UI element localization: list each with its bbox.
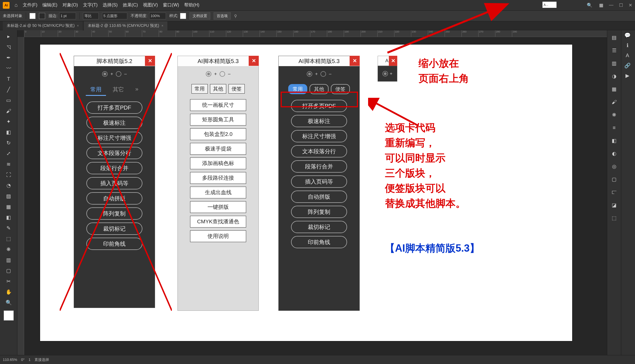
width-tool-icon[interactable]: ≋ [3,159,15,169]
shaper-tool-icon[interactable]: ✦ [3,117,15,127]
tab-notes[interactable]: 便签 [228,84,245,94]
arrange-docs-icon[interactable]: ▦ [599,3,603,8]
appearance-icon[interactable]: ◎ [608,161,620,171]
close-tab-icon[interactable]: × [161,24,163,28]
char-icon[interactable]: A [621,50,634,61]
tab-other[interactable]: 其他 [210,84,226,94]
radio-off-icon[interactable] [320,71,326,77]
line-tool-icon[interactable]: ╱ [3,85,15,95]
btn-instructions[interactable]: 使用说明 [190,230,246,242]
radio-off-icon[interactable] [220,71,225,77]
stroke-input[interactable] [59,13,76,19]
mesh-tool-icon[interactable]: ▦ [3,202,15,212]
brush-tool-icon[interactable]: 🖌 [3,106,15,116]
slice-tool-icon[interactable]: ✂ [3,276,15,286]
selection-tool-icon[interactable]: ▸ [3,31,15,41]
radio-on-icon[interactable] [382,71,388,76]
btn-para-merge[interactable]: 段落行合并 [291,160,347,173]
tab-common[interactable]: 常用 [86,84,106,96]
expand-icon[interactable]: » [131,84,143,96]
close-icon[interactable]: ✕ [629,3,632,8]
doc-setup-button[interactable]: 文档设置 [190,12,210,20]
btn-crop-marks[interactable]: 裁切标记 [291,221,347,233]
perspective-icon[interactable]: ▨ [3,191,15,201]
eyedropper-icon[interactable]: ✎ [3,223,15,233]
eraser-tool-icon[interactable]: ◧ [3,127,15,137]
btn-fast-annotate[interactable]: 极速标注 [86,117,142,129]
close-icon[interactable]: ✕ [350,56,360,66]
gradient-tool-icon[interactable]: ◧ [3,212,15,222]
hand-tool-icon[interactable]: ✋ [3,287,15,297]
symbol-sprayer-icon[interactable]: ❋ [3,244,15,254]
tab-common[interactable]: 常用 [191,84,208,94]
pen-tool-icon[interactable]: ✒ [3,53,15,63]
curvature-tool-icon[interactable]: 〰 [3,63,15,73]
transform-icon[interactable]: ⬚ [608,213,620,223]
zoom-tool-icon[interactable]: 🔍 [3,298,15,308]
zoom-level[interactable]: 110.65% [3,358,17,362]
btn-prepress-corner[interactable]: 印前角线 [86,238,142,250]
info-icon[interactable]: ℹ [621,40,634,50]
stroke-panel-icon[interactable]: ≡ [608,123,620,133]
symbols-icon[interactable]: ❋ [608,110,620,120]
align-icon[interactable]: ⫍ [608,187,620,197]
btn-text-split[interactable]: 文本段落分行 [291,145,347,157]
menu-help[interactable]: 帮助(H) [184,2,199,8]
menu-edit[interactable]: 编辑(E) [42,2,57,8]
brushes-icon[interactable]: 🖌 [608,97,620,107]
artboard-tool-icon[interactable]: ▢ [3,266,15,276]
close-icon[interactable]: ✕ [389,56,397,66]
radio-on-icon[interactable] [206,71,211,77]
gradient-panel-icon[interactable]: ◧ [608,136,620,146]
btn-path-connect[interactable]: 多段路径连接 [190,172,246,184]
btn-add-swatch[interactable]: 添加画稿色标 [190,157,246,169]
play-icon[interactable]: ▶ [621,71,634,81]
doc-tab-2[interactable]: 未标题-2 @ 110.65 % (CMYK/CPU 预览)× [84,21,167,30]
btn-fast-annotate[interactable]: 极速标注 [291,115,347,127]
close-icon[interactable]: ✕ [249,56,259,66]
comment-icon[interactable]: 💬 [621,30,634,40]
btn-para-merge[interactable]: 段落行合并 [86,162,142,174]
btn-fast-bag[interactable]: 极速手提袋 [190,143,246,155]
libraries-icon[interactable]: ▥ [608,58,620,68]
radio-off-icon[interactable] [116,71,121,77]
btn-open-pdf[interactable]: 打开多页PDF [86,101,142,114]
btn-auto-layout[interactable]: 自动拼版 [291,191,347,203]
btn-unify-artboard[interactable]: 统一画板尺寸 [190,99,246,111]
maximize-icon[interactable]: ☐ [619,3,623,8]
floating-chip[interactable]: A... [542,2,557,8]
btn-prepress-corner[interactable]: 印前角线 [291,236,347,248]
tab-other[interactable]: 其它 [108,84,128,96]
fill-stroke-indicator[interactable] [4,310,14,321]
graphic-styles-icon[interactable]: ▢ [608,174,620,184]
canvas[interactable]: 0102030405060708090100110120130140150160… [17,30,607,355]
close-icon[interactable]: ✕ [145,56,155,66]
menu-file[interactable]: 文件(F) [23,2,37,8]
shape-builder-icon[interactable]: ◔ [3,180,15,191]
btn-auto-layout[interactable]: 自动拼版 [86,192,142,205]
blend-tool-icon[interactable]: ⬚ [3,234,15,244]
btn-text-split[interactable]: 文本段落分行 [86,147,142,159]
menu-effect[interactable]: 效果(C) [123,2,138,8]
btn-one-click[interactable]: 一键拼版 [190,201,246,213]
rectangle-tool-icon[interactable]: ▭ [3,95,15,105]
type-tool-icon[interactable]: T [3,74,15,84]
minimize-icon[interactable]: — [609,3,613,8]
menu-type[interactable]: 文字(T) [83,2,98,8]
stroke-swatch[interactable] [39,13,45,19]
properties-icon[interactable]: ▤ [608,33,620,43]
layers-icon[interactable]: ☰ [608,45,620,55]
btn-dim-enhance[interactable]: 标注尺寸增强 [291,130,347,142]
btn-box-type[interactable]: 包装盒型2.0 [190,128,246,140]
opacity-input[interactable] [149,13,166,19]
transparency-icon[interactable]: ◐ [608,149,620,159]
direct-select-tool-icon[interactable]: ◹ [3,42,15,52]
menu-object[interactable]: 对象(O) [63,2,78,8]
btn-crop-marks[interactable]: 裁切标记 [86,222,142,235]
btn-array-copy[interactable]: 阵列复制 [86,207,142,220]
close-tab-icon[interactable]: × [77,24,79,28]
fill-swatch[interactable] [29,13,36,19]
radio-on-icon[interactable] [102,71,108,77]
prefs-button[interactable]: 首选项 [214,12,231,20]
btn-cmyk-pantone[interactable]: CMYK查找潘通色 [190,216,246,228]
